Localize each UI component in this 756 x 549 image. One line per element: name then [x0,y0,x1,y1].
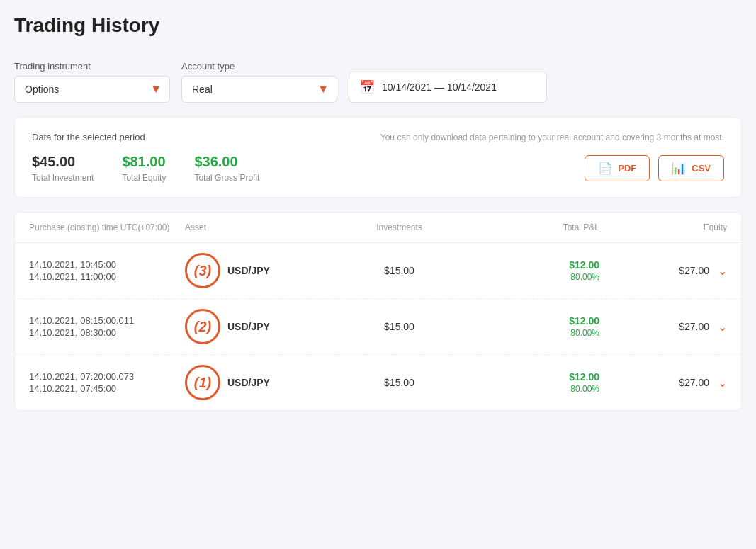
date-range-group: 📅 10/14/2021 — 10/14/2021 [349,54,547,103]
time-close-2: 14.10.2021, 08:30:00 [29,327,185,338]
table-header: Purchase (closing) time UTC(+07:00) Asse… [15,213,741,243]
page-title: Trading History [14,14,742,37]
data-period-label: Data for the selected period [32,132,145,142]
trade-badge-2: (2) [185,309,220,344]
col-header-time: Purchase (closing) time UTC(+07:00) [29,222,185,232]
time-open-1: 14.10.2021, 10:45:00 [29,259,185,270]
asset-cell-2: (2) USD/JPY [185,309,327,344]
account-type-select[interactable]: Real [181,76,337,103]
table-row: 14.10.2021, 10:45:00 14.10.2021, 11:00:0… [15,243,741,299]
total-equity-value: $81.00 [122,154,166,170]
time-close-1: 14.10.2021, 11:00:00 [29,271,185,282]
total-gross-profit-value: $36.00 [194,154,259,170]
csv-button[interactable]: 📊 CSV [658,155,724,181]
export-buttons: 📄 PDF 📊 CSV [585,155,724,181]
date-range-text: 10/14/2021 — 10/14/2021 [382,81,497,93]
pnl-percent-1: 80.00% [570,272,599,282]
pnl-value-2: $12.00 [569,315,599,327]
trading-instrument-label: Trading instrument [14,61,170,72]
pnl-cell-3: $12.00 80.00% [472,371,599,394]
pnl-percent-2: 80.00% [570,328,599,338]
total-gross-profit-label: Total Gross Profit [194,173,259,183]
account-type-group: Account type Real ▼ [181,61,337,103]
table-row: 14.10.2021, 07:20:00.073 14.10.2021, 07:… [15,355,741,410]
expand-row-2-icon[interactable]: ⌄ [718,320,727,334]
asset-cell-1: (3) USD/JPY [185,253,327,288]
time-open-2: 14.10.2021, 08:15:00.011 [29,315,185,326]
pdf-btn-label: PDF [618,163,636,174]
equity-cell-2: $27.00 ⌄ [599,320,727,334]
equity-value-3: $27.00 [679,377,709,388]
time-open-3: 14.10.2021, 07:20:00.073 [29,371,185,382]
col-header-investments: Investments [327,222,472,232]
investment-cell-3: $15.00 [327,377,472,388]
pnl-cell-2: $12.00 80.00% [472,315,599,338]
data-period-note: You can only download data pertaining to… [380,132,724,142]
data-period-section: Data for the selected period You can onl… [14,117,742,198]
investment-cell-2: $15.00 [327,321,472,332]
time-cell-2: 14.10.2021, 08:15:00.011 14.10.2021, 08:… [29,315,185,338]
account-type-select-wrapper: Real ▼ [181,76,337,103]
total-investment-stat: $45.00 Total Investment [32,154,94,183]
equity-cell-3: $27.00 ⌄ [599,376,727,390]
table-row: 14.10.2021, 08:15:00.011 14.10.2021, 08:… [15,299,741,355]
calendar-icon: 📅 [359,79,375,95]
investment-cell-1: $15.00 [327,265,472,276]
filters-row: Trading instrument Options ▼ Account typ… [14,54,742,103]
account-type-label: Account type [181,61,337,72]
pnl-value-1: $12.00 [569,259,599,271]
total-equity-label: Total Equity [122,173,166,183]
trades-table: Purchase (closing) time UTC(+07:00) Asse… [14,212,742,411]
trade-badge-1: (3) [185,253,220,288]
asset-name-3: USD/JPY [227,377,270,388]
equity-value-1: $27.00 [679,265,709,276]
pdf-icon: 📄 [598,162,612,175]
trade-badge-3: (1) [185,365,220,400]
total-gross-profit-stat: $36.00 Total Gross Profit [194,154,259,183]
time-cell-1: 14.10.2021, 10:45:00 14.10.2021, 11:00:0… [29,259,185,282]
asset-cell-3: (1) USD/JPY [185,365,327,400]
equity-cell-1: $27.00 ⌄ [599,264,727,278]
col-header-asset: Asset [185,222,327,232]
pnl-cell-1: $12.00 80.00% [472,259,599,282]
total-equity-stat: $81.00 Total Equity [122,154,166,183]
asset-name-1: USD/JPY [227,265,270,276]
stats-row: $45.00 Total Investment $81.00 Total Equ… [32,154,724,183]
expand-row-1-icon[interactable]: ⌄ [718,264,727,278]
equity-value-2: $27.00 [679,321,709,332]
expand-row-3-icon[interactable]: ⌄ [718,376,727,390]
col-header-equity: Equity [599,222,727,232]
trading-instrument-group: Trading instrument Options ▼ [14,61,170,103]
time-close-3: 14.10.2021, 07:45:00 [29,383,185,394]
trading-instrument-select[interactable]: Options [14,76,170,103]
data-period-header: Data for the selected period You can onl… [32,132,724,142]
trading-instrument-select-wrapper: Options ▼ [14,76,170,103]
asset-name-2: USD/JPY [227,321,270,332]
csv-icon: 📊 [672,162,686,175]
total-investment-label: Total Investment [32,173,94,183]
pnl-percent-3: 80.00% [570,384,599,394]
pnl-value-3: $12.00 [569,371,599,383]
time-cell-3: 14.10.2021, 07:20:00.073 14.10.2021, 07:… [29,371,185,394]
date-range-picker[interactable]: 📅 10/14/2021 — 10/14/2021 [349,72,547,103]
total-investment-value: $45.00 [32,154,94,170]
col-header-pnl: Total P&L [472,222,599,232]
csv-btn-label: CSV [692,163,711,174]
pdf-button[interactable]: 📄 PDF [585,155,650,181]
